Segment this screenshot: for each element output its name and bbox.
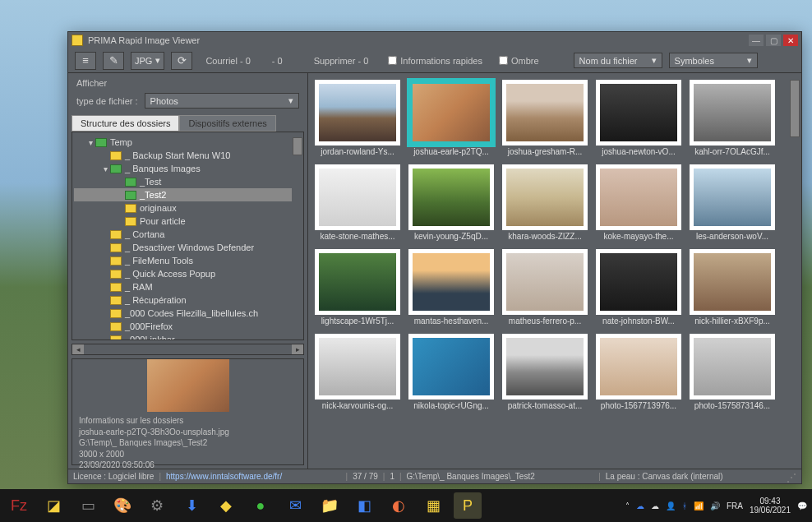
thumb-image (690, 334, 775, 400)
tree-node[interactable]: _000 Codes Filezilla_libellules.ch (74, 307, 302, 320)
format-select[interactable]: JPG▾ (131, 52, 164, 70)
tab-structure[interactable]: Structure des dossiers (72, 115, 179, 132)
dash-label: - 0 (272, 56, 283, 66)
thumbnail[interactable]: koke-mayayo-the... (596, 164, 681, 241)
folder-icon (95, 138, 107, 147)
taskbar[interactable]: Fz ◪ ▭ 🎨 ⚙ ⬇ ◆ ● ✉ 📁 ◧ ◐ ▦ P ˄ ☁ ☁ 👤 ᚼ 📶… (0, 489, 812, 522)
ombre-checkbox[interactable]: Ombre (499, 56, 539, 66)
refresh-button[interactable]: ⟳ (171, 52, 192, 70)
minimize-button[interactable]: — (749, 35, 764, 46)
tree-label: _ Desactiver Windows Defender (125, 243, 254, 252)
thumbnail[interactable]: joshua-newton-vO... (596, 80, 681, 156)
close-button[interactable]: ✕ (783, 35, 798, 46)
tree-node[interactable]: originaux (74, 201, 302, 215)
thumbnail[interactable]: kate-stone-mathes... (315, 164, 400, 241)
tree-node[interactable]: ▾_ Banques Images (74, 162, 302, 175)
tree-node[interactable]: _Test2 (74, 188, 302, 201)
tree-hscrollbar[interactable]: ◂ ▸ (72, 344, 304, 355)
menu-button[interactable]: ≡ (75, 52, 96, 70)
taskbar-green-icon[interactable]: ● (247, 492, 275, 519)
maximize-button[interactable]: ▢ (766, 35, 781, 46)
taskbar-paint-icon[interactable]: ◐ (385, 492, 413, 519)
hscroll-left[interactable]: ◂ (72, 344, 84, 354)
thumbnail[interactable]: kevin-young-Z5qD... (408, 164, 494, 241)
tray-people-icon[interactable]: 👤 (666, 501, 676, 510)
thumbnail[interactable]: matheus-ferrero-p... (502, 249, 588, 326)
tree-node[interactable]: _ Récupération (74, 293, 302, 307)
edit-button[interactable]: ✎ (103, 52, 124, 70)
taskbar-down-icon[interactable]: ⬇ (178, 492, 205, 519)
thumbnail[interactable]: joshua-earle-p2TQ... (408, 80, 494, 156)
taskbar-app-icon[interactable]: ◪ (39, 492, 67, 519)
thumbnail[interactable]: nick-karvounis-og... (315, 334, 400, 410)
tray-notifications-icon[interactable]: 💬 (797, 501, 807, 510)
tree-node[interactable]: _ Cortana (74, 228, 302, 241)
tray-lang[interactable]: FRA (727, 501, 743, 510)
taskbar-yellow-icon[interactable]: ◆ (212, 492, 240, 519)
tray-bluetooth-icon[interactable]: ᚼ (682, 501, 687, 510)
thumbnail[interactable]: photo-1575873146... (690, 334, 775, 410)
info-rapides-checkbox[interactable]: Informations rapides (388, 56, 482, 66)
taskbar-folder-icon[interactable]: 📁 (316, 492, 344, 519)
expand-icon[interactable]: ▾ (85, 138, 95, 147)
thumbnail-gallery[interactable]: jordan-rowland-Ys...joshua-earle-p2TQ...… (308, 73, 801, 469)
gallery-scroll-thumb[interactable] (790, 80, 800, 137)
tree-node[interactable]: Pour article (74, 215, 302, 228)
sort-dropdown[interactable]: Nom du fichier▾ (574, 53, 662, 68)
thumbnail[interactable]: nate-johnston-BW... (596, 249, 681, 326)
tray-wifi-icon[interactable]: 📶 (694, 501, 704, 510)
taskbar-terminal-icon[interactable]: ▭ (74, 492, 102, 519)
tree-node[interactable]: _ FileMenu Tools (74, 254, 302, 267)
preview-panel: Informations sur les dossiers joshua-ear… (72, 358, 304, 465)
tree-node[interactable]: _ RAM (74, 280, 302, 293)
thumbnail[interactable]: lightscape-1Wr5Tj... (315, 249, 400, 326)
tray-volume-icon[interactable]: 🔊 (710, 501, 720, 510)
tree-node[interactable]: _ Desactiver Windows Defender (74, 241, 302, 254)
thumb-label: les-anderson-woV... (691, 232, 773, 241)
taskbar-gallery-icon[interactable]: ▦ (419, 492, 447, 519)
folder-tree[interactable]: ▾Temp _ Backup Start Menu W10▾_ Banques … (72, 132, 304, 340)
taskbar-filezilla-icon[interactable]: Fz (5, 492, 33, 519)
symbols-dropdown[interactable]: Symboles▾ (669, 53, 758, 68)
filetype-dropdown[interactable]: Photos▾ (145, 93, 299, 109)
thumbnail[interactable]: nick-hillier-xBXF9p... (690, 249, 775, 326)
tray-chevron-icon[interactable]: ˄ (625, 501, 630, 510)
gallery-scrollbar[interactable] (790, 80, 800, 462)
thumbnail[interactable]: mantas-hesthaven... (408, 249, 494, 326)
tree-node[interactable]: _000Firefox (74, 320, 302, 333)
tree-scrollbar[interactable] (292, 132, 303, 340)
thumbnail[interactable]: jordan-rowland-Ys... (315, 80, 400, 156)
tab-dispositifs[interactable]: Dispositifs externes (179, 115, 275, 132)
tray-onedrive-icon[interactable]: ☁ (636, 501, 644, 510)
thumbnail[interactable]: khara-woods-ZlZZ... (502, 164, 588, 241)
expand-icon[interactable]: ▾ (100, 164, 110, 173)
taskbar-palette-icon[interactable]: 🎨 (108, 492, 136, 519)
taskbar-prima-icon[interactable]: P (454, 492, 482, 519)
resize-grip[interactable]: ⋰ (787, 472, 796, 482)
tray-onedrive2-icon[interactable]: ☁ (651, 501, 659, 510)
status-licence: Licence : Logiciel libre (73, 472, 154, 481)
tree-label: _ Cortana (125, 229, 164, 239)
thumbnail[interactable]: patrick-tomasso-at... (502, 334, 588, 410)
taskbar-gear-icon[interactable]: ⚙ (143, 492, 171, 519)
tree-node[interactable]: _ Quick Access Popup (74, 267, 302, 280)
taskbar-thunderbird-icon[interactable]: ✉ (281, 492, 309, 519)
thumbnail[interactable]: photo-1567713976... (596, 334, 681, 410)
titlebar[interactable]: PRIMA Rapid Image Viewer — ▢ ✕ (68, 32, 801, 49)
tree-node[interactable]: _Test (74, 175, 302, 188)
taskbar-blue-icon[interactable]: ◧ (350, 492, 378, 519)
folder-icon (110, 164, 122, 173)
tree-node[interactable]: _ Backup Start Menu W10 (74, 149, 302, 162)
thumbnail[interactable]: joshua-gresham-R... (502, 80, 588, 156)
tree-node[interactable]: _000Linkbar (74, 333, 302, 340)
tray-clock[interactable]: 09:43 19/06/2021 (750, 497, 791, 515)
status-url[interactable]: https://www.inntalsoftware.de/fr/ (166, 472, 282, 481)
thumbnail[interactable]: nikola-topic-rUGng... (408, 334, 494, 410)
thumb-label: mantas-hesthaven... (410, 316, 492, 326)
tree-node[interactable]: ▾Temp (74, 136, 302, 149)
hscroll-right[interactable]: ▸ (292, 344, 303, 354)
system-tray[interactable]: ˄ ☁ ☁ 👤 ᚼ 📶 🔊 FRA 09:43 19/06/2021 💬 (625, 497, 807, 515)
thumbnail[interactable]: kahl-orr-7OLAcGJf... (690, 80, 775, 156)
thumbnail[interactable]: les-anderson-woV... (690, 164, 775, 241)
tree-scroll-thumb[interactable] (293, 137, 302, 155)
